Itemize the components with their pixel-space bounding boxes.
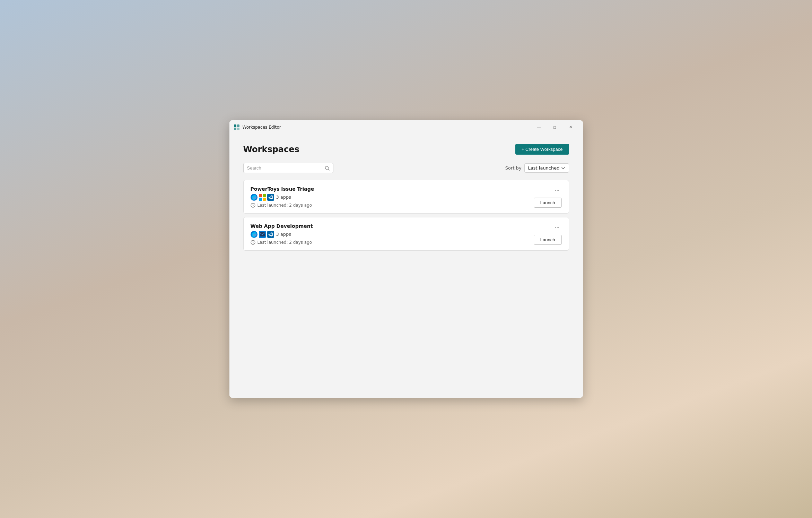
search-icon xyxy=(325,166,330,171)
svg-rect-2 xyxy=(234,128,236,130)
workspace-list: PowerToys Issue Triage xyxy=(243,180,569,251)
apps-count: 3 apps xyxy=(276,232,291,237)
sort-area: Sort by Last launched xyxy=(505,163,569,173)
search-input[interactable] xyxy=(247,165,323,171)
svg-rect-1 xyxy=(237,124,239,127)
workspace-actions: ··· Launch xyxy=(534,223,562,245)
window-controls: — □ ✕ xyxy=(531,122,579,133)
vscode-icon xyxy=(267,194,274,201)
create-workspace-button[interactable]: + Create Workspace xyxy=(515,144,569,155)
title-bar-left: Workspaces Editor xyxy=(234,124,281,130)
more-options-button[interactable]: ··· xyxy=(553,186,561,195)
workspace-name: Web App Development xyxy=(251,223,534,229)
svg-rect-0 xyxy=(234,124,236,127)
workspace-card: PowerToys Issue Triage xyxy=(243,180,569,214)
sort-label: Sort by xyxy=(505,165,522,171)
app-window: Workspaces Editor — □ ✕ Workspaces + Cre… xyxy=(229,120,583,398)
clock-icon xyxy=(251,240,255,245)
page-header: Workspaces + Create Workspace xyxy=(243,144,569,155)
edge-icon xyxy=(251,231,257,238)
mail-icon xyxy=(259,231,266,238)
workspace-name: PowerToys Issue Triage xyxy=(251,186,534,192)
app-icon xyxy=(234,124,240,130)
last-launched: Last launched: 2 days ago xyxy=(257,240,312,245)
app-icons-row xyxy=(251,194,274,201)
last-launched: Last launched: 2 days ago xyxy=(257,203,312,208)
svg-line-5 xyxy=(328,169,329,170)
workspace-card: Web App Development xyxy=(243,217,569,251)
apps-count: 3 apps xyxy=(276,195,291,200)
search-box[interactable] xyxy=(243,163,333,173)
edge-icon xyxy=(251,194,257,201)
more-options-button[interactable]: ··· xyxy=(553,223,561,232)
launch-button[interactable]: Launch xyxy=(534,235,562,245)
workspace-meta: Last launched: 2 days ago xyxy=(251,240,534,245)
workspace-meta: Last launched: 2 days ago xyxy=(251,203,534,208)
chevron-down-icon xyxy=(561,166,565,170)
launch-button[interactable]: Launch xyxy=(534,198,562,208)
clock-icon xyxy=(251,203,255,208)
workspace-actions: ··· Launch xyxy=(534,186,562,208)
title-bar: Workspaces Editor — □ ✕ xyxy=(229,120,583,134)
app-icons-row xyxy=(251,231,274,238)
svg-rect-3 xyxy=(237,128,239,130)
maximize-button[interactable]: □ xyxy=(547,122,563,133)
windows-icon xyxy=(259,194,266,201)
vscode-icon xyxy=(267,231,274,238)
toolbar: Sort by Last launched xyxy=(243,163,569,173)
sort-dropdown[interactable]: Last launched xyxy=(524,163,569,173)
main-content: Workspaces + Create Workspace Sort by La… xyxy=(229,134,583,398)
page-title: Workspaces xyxy=(243,145,299,154)
sort-value: Last launched xyxy=(528,165,560,171)
workspace-info: PowerToys Issue Triage xyxy=(251,186,534,208)
close-button[interactable]: ✕ xyxy=(563,122,579,133)
minimize-button[interactable]: — xyxy=(531,122,547,133)
svg-rect-9 xyxy=(260,232,265,236)
workspace-apps: 3 apps xyxy=(251,231,534,238)
workspace-apps: 3 apps xyxy=(251,194,534,201)
window-title: Workspaces Editor xyxy=(243,125,281,130)
workspace-info: Web App Development xyxy=(251,223,534,245)
